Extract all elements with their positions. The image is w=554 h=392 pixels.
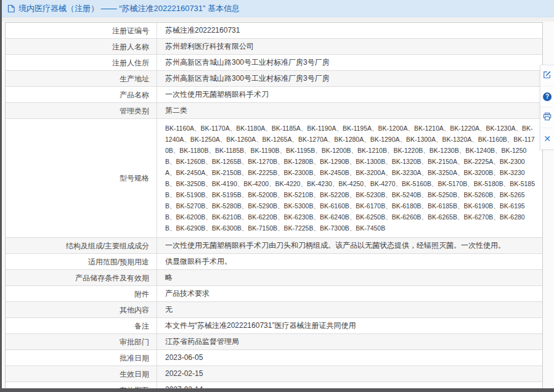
- row-label: 生产地址: [6, 71, 157, 86]
- table-row: 审批部门 江苏省药品监督管理局: [6, 334, 542, 350]
- table-row: 产品名称 一次性使用无菌塑柄眼科手术刀: [6, 87, 542, 103]
- table-row: 产品储存条件及有效期 略: [6, 270, 542, 286]
- row-value: 苏州高新区青城山路300号工业村标准厂房3号厂房: [157, 55, 542, 70]
- table-row: 其他内容 无: [6, 302, 542, 318]
- table-row: 结构及组成/主要组成成分 一次性使用无菌塑柄眼科手术刀由刀头和刀柄组成。该产品以…: [6, 238, 542, 254]
- help-icon: ?: [543, 92, 552, 101]
- table-row: 适用范围/预期用途 供显微眼科手术用。: [6, 254, 542, 270]
- table-row: 备注 本文件与“苏械注准20222160731”医疗器械注册证共同使用: [6, 318, 542, 334]
- table-row: 批准日期 2023-06-05: [6, 350, 542, 366]
- table-row: 注册人名称 苏州碧利医疗科技有限公司: [6, 39, 542, 55]
- row-value: 供显微眼科手术用。: [157, 254, 542, 269]
- row-label: 生效日期: [6, 366, 157, 382]
- table-row: 生效日期 2022-02-15: [6, 366, 542, 382]
- page-title: 境内医疗器械（注册） —— “苏械注准20222160731” 基本信息: [18, 3, 240, 14]
- print-icon: [543, 112, 552, 123]
- row-label: 批准日期: [6, 350, 157, 365]
- row-label: 产品名称: [6, 87, 157, 102]
- row-label: 适用范围/预期用途: [6, 254, 157, 269]
- row-label: 注册人住所: [6, 55, 157, 70]
- table-row: 附件 产品技术要求: [6, 286, 542, 302]
- row-value: 一次性使用无菌塑柄眼科手术刀: [157, 87, 542, 102]
- row-label: 注册人名称: [6, 39, 157, 54]
- registration-detail-page: 境内医疗器械（注册） —— “苏械注准20222160731” 基本信息 注册证…: [2, 0, 554, 388]
- row-value: 江苏省药品监督管理局: [157, 334, 542, 349]
- row-label: 产品储存条件及有效期: [6, 270, 157, 285]
- registration-table: 注册证编号 苏械注准20222160731 注册人名称 苏州碧利医疗科技有限公司…: [5, 22, 543, 388]
- row-label: 备注: [6, 318, 157, 333]
- row-label: 结构及组成/主要组成成分: [6, 238, 157, 253]
- row-value: 本文件与“苏械注准20222160731”医疗器械注册证共同使用: [157, 318, 542, 333]
- row-value: 2022-02-15: [157, 366, 542, 382]
- row-value: 2023-06-05: [157, 350, 542, 365]
- table-row: 管理类别 第二类: [6, 103, 542, 119]
- close-button[interactable]: ✕: [540, 128, 554, 149]
- row-value: 苏械注准20222160731: [157, 23, 542, 38]
- table-row: 生产地址 苏州高新区青城山路300号工业村标准厂房3号厂房: [6, 71, 542, 87]
- row-label: 管理类别: [6, 103, 157, 118]
- row-value: 一次性使用无菌塑柄眼科手术刀由刀头和刀柄组成。该产品以无菌状态提供，经辐照灭菌。…: [157, 238, 542, 253]
- floating-side-toolbar: ? ✕: [540, 65, 554, 150]
- row-value: 产品技术要求: [157, 286, 542, 301]
- row-value: 略: [157, 270, 542, 285]
- table-row-model-specs: 型号规格 BK-1160A、BK-1170A、BK-1180A、BK-1185A…: [6, 119, 542, 238]
- page-header: 境内医疗器械（注册） —— “苏械注准20222160731” 基本信息: [2, 0, 554, 17]
- document-icon: [7, 4, 15, 13]
- row-label: 审批部门: [6, 334, 157, 349]
- row-value: BK-1160A、BK-1170A、BK-1180A、BK-1185A、BK-1…: [157, 119, 542, 237]
- table-row: 注册证编号 苏械注准20222160731: [6, 23, 542, 39]
- row-label: 有效期至: [6, 382, 157, 388]
- print-button[interactable]: [540, 107, 554, 128]
- table-row: 注册人住所 苏州高新区青城山路300号工业村标准厂房3号厂房: [6, 55, 542, 71]
- row-label: 其他内容: [6, 302, 157, 317]
- table-row: 有效期至 2027-02-14: [6, 382, 542, 388]
- close-icon: ✕: [544, 134, 551, 143]
- edit-button[interactable]: [540, 65, 554, 86]
- row-value: 无: [157, 302, 542, 317]
- header-gap: [2, 17, 554, 22]
- edit-icon: [543, 70, 552, 81]
- row-label: 附件: [6, 286, 157, 301]
- row-value: 苏州碧利医疗科技有限公司: [157, 39, 542, 54]
- row-label: 型号规格: [6, 119, 157, 237]
- row-value: 2027-02-14: [157, 382, 542, 388]
- help-button[interactable]: ?: [540, 86, 554, 107]
- row-label: 注册证编号: [6, 23, 157, 38]
- row-value: 苏州高新区青城山路300号工业村标准厂房3号厂房: [157, 71, 542, 86]
- row-value: 第二类: [157, 103, 542, 118]
